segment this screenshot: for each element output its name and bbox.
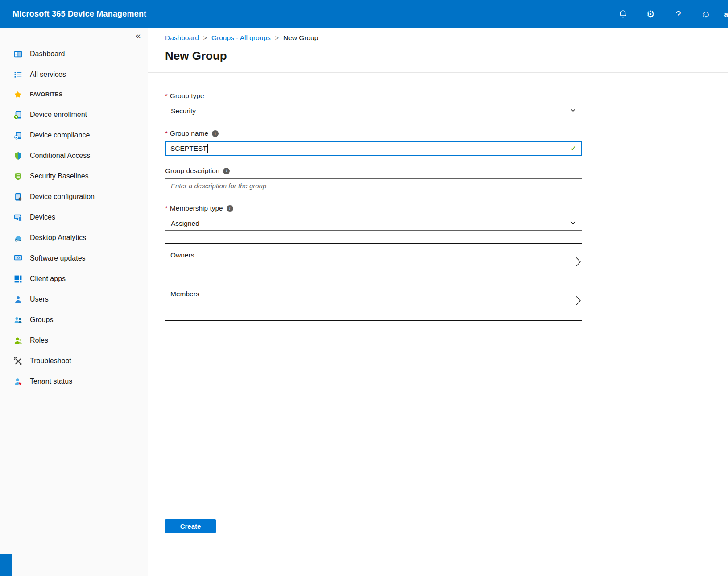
security-baselines-icon bbox=[13, 172, 22, 181]
info-icon[interactable]: i bbox=[223, 168, 230, 174]
groups-icon bbox=[13, 316, 22, 324]
sidebar-item-dashboard[interactable]: Dashboard bbox=[0, 44, 148, 64]
conditional-access-icon bbox=[13, 152, 22, 160]
panel-list: Owners Members bbox=[165, 243, 582, 321]
sidebar-item-all-services[interactable]: All services bbox=[0, 64, 148, 85]
troubleshoot-icon bbox=[13, 357, 22, 365]
required-asterisk: * bbox=[165, 204, 168, 213]
owners-label: Owners bbox=[170, 251, 194, 259]
sidebar-section-favorites: FAVORITES bbox=[0, 85, 148, 104]
group-type-field: * Group type Security bbox=[165, 91, 582, 118]
chevron-down-icon bbox=[570, 107, 576, 115]
app-title: Microsoft 365 Device Management bbox=[12, 9, 146, 19]
main-content: Dashboard > Groups - All groups > New Gr… bbox=[148, 28, 728, 576]
users-icon bbox=[13, 295, 22, 304]
page-title: New Group bbox=[165, 49, 728, 63]
membership-type-value: Assigned bbox=[171, 220, 199, 228]
group-description-label: Group description bbox=[165, 166, 219, 175]
desktop-analytics-icon bbox=[13, 234, 22, 242]
tenant-status-icon bbox=[13, 377, 22, 386]
sidebar-item-label: Roles bbox=[30, 336, 48, 344]
membership-type-field: * Membership type i Assigned bbox=[165, 204, 582, 231]
breadcrumb-separator: > bbox=[203, 34, 207, 41]
sidebar-item-client-apps[interactable]: Client apps bbox=[0, 269, 148, 289]
group-name-label: Group name bbox=[170, 129, 208, 138]
sidebar-item-users[interactable]: Users bbox=[0, 289, 148, 310]
sidebar-item-label: Troubleshoot bbox=[30, 357, 71, 365]
sidebar-item-tenant-status[interactable]: Tenant status bbox=[0, 371, 148, 392]
settings-gear-icon[interactable]: ⚙ bbox=[645, 8, 656, 20]
breadcrumb-dashboard-link[interactable]: Dashboard bbox=[165, 34, 199, 42]
info-icon[interactable]: i bbox=[227, 205, 233, 212]
sidebar-item-label: Dashboard bbox=[30, 50, 65, 58]
group-name-value: SCEPTEST bbox=[170, 145, 207, 153]
sidebar-item-desktop-analytics[interactable]: Desktop Analytics bbox=[0, 228, 148, 248]
bottom-left-accent bbox=[0, 554, 12, 576]
group-description-input[interactable] bbox=[165, 178, 582, 193]
sidebar-item-label: Users bbox=[30, 295, 49, 303]
required-asterisk: * bbox=[165, 91, 168, 100]
dashboard-icon bbox=[13, 50, 22, 58]
sidebar-item-device-enrollment[interactable]: Device enrollment bbox=[0, 104, 148, 125]
header-divider bbox=[148, 72, 728, 73]
sidebar-item-device-configuration[interactable]: Device configuration bbox=[0, 186, 148, 207]
breadcrumb-separator: > bbox=[275, 34, 279, 41]
sidebar-item-devices[interactable]: Devices bbox=[0, 207, 148, 228]
sidebar: « Dashboard All services FAVORITES Devic… bbox=[0, 28, 148, 576]
sidebar-item-roles[interactable]: Roles bbox=[0, 330, 148, 351]
chevron-right-icon bbox=[575, 257, 581, 269]
membership-type-label-row: * Membership type i bbox=[165, 204, 582, 213]
sidebar-item-device-compliance[interactable]: Device compliance bbox=[0, 125, 148, 145]
all-services-icon bbox=[13, 70, 22, 79]
sidebar-item-label: Security Baselines bbox=[30, 172, 89, 180]
sidebar-item-label: Device configuration bbox=[30, 193, 95, 201]
client-apps-icon bbox=[13, 275, 22, 283]
group-name-input[interactable]: SCEPTEST ✓ bbox=[165, 141, 582, 156]
notifications-bell-icon[interactable] bbox=[617, 8, 629, 20]
membership-type-label: Membership type bbox=[170, 204, 223, 213]
sidebar-item-troubleshoot[interactable]: Troubleshoot bbox=[0, 351, 148, 371]
account-user-name[interactable]: alf bbox=[724, 10, 728, 18]
content-spacer bbox=[148, 321, 728, 501]
owners-panel-row[interactable]: Owners bbox=[165, 243, 582, 282]
feedback-smiley-icon[interactable]: ☺ bbox=[700, 8, 711, 20]
required-asterisk: * bbox=[165, 129, 168, 138]
group-name-label-row: * Group name i bbox=[165, 129, 582, 138]
footer-divider bbox=[150, 501, 696, 501]
sidebar-item-groups[interactable]: Groups bbox=[0, 310, 148, 330]
device-enrollment-icon bbox=[13, 111, 22, 119]
sidebar-item-label: Desktop Analytics bbox=[30, 234, 86, 242]
group-type-select[interactable]: Security bbox=[165, 104, 582, 118]
text-caret bbox=[207, 144, 208, 153]
star-icon bbox=[13, 91, 22, 99]
breadcrumb-groups-link[interactable]: Groups - All groups bbox=[211, 34, 271, 42]
sidebar-item-software-updates[interactable]: Software updates bbox=[0, 248, 148, 269]
group-description-field: Group description i bbox=[165, 166, 582, 193]
topbar-icons: ⚙ ? ☺ bbox=[617, 8, 711, 20]
membership-type-select[interactable]: Assigned bbox=[165, 216, 582, 231]
sidebar-collapse-icon[interactable]: « bbox=[136, 31, 141, 41]
sidebar-item-security-baselines[interactable]: Security Baselines bbox=[0, 166, 148, 186]
new-group-form: * Group type Security * Group name i SCE… bbox=[165, 91, 582, 321]
sidebar-item-label: Software updates bbox=[30, 254, 86, 262]
sidebar-item-label: Client apps bbox=[30, 275, 66, 283]
group-description-label-row: Group description i bbox=[165, 166, 582, 175]
help-icon[interactable]: ? bbox=[672, 8, 684, 20]
members-label: Members bbox=[170, 290, 199, 298]
sidebar-item-conditional-access[interactable]: Conditional Access bbox=[0, 145, 148, 166]
sidebar-item-label: Device enrollment bbox=[30, 111, 87, 119]
group-type-label: Group type bbox=[170, 91, 204, 100]
sidebar-collapse-row: « bbox=[0, 28, 148, 44]
sidebar-item-label: Device compliance bbox=[30, 131, 90, 139]
create-button[interactable]: Create bbox=[165, 519, 216, 533]
breadcrumb-current: New Group bbox=[283, 34, 318, 42]
info-icon[interactable]: i bbox=[212, 130, 219, 137]
group-type-label-row: * Group type bbox=[165, 91, 582, 100]
members-panel-row[interactable]: Members bbox=[165, 282, 582, 321]
devices-icon bbox=[13, 213, 22, 222]
sidebar-item-label: All services bbox=[30, 70, 66, 79]
valid-check-icon: ✓ bbox=[571, 144, 577, 153]
group-name-field: * Group name i SCEPTEST ✓ bbox=[165, 129, 582, 156]
sidebar-section-label: FAVORITES bbox=[30, 91, 63, 98]
device-compliance-icon bbox=[13, 131, 22, 140]
